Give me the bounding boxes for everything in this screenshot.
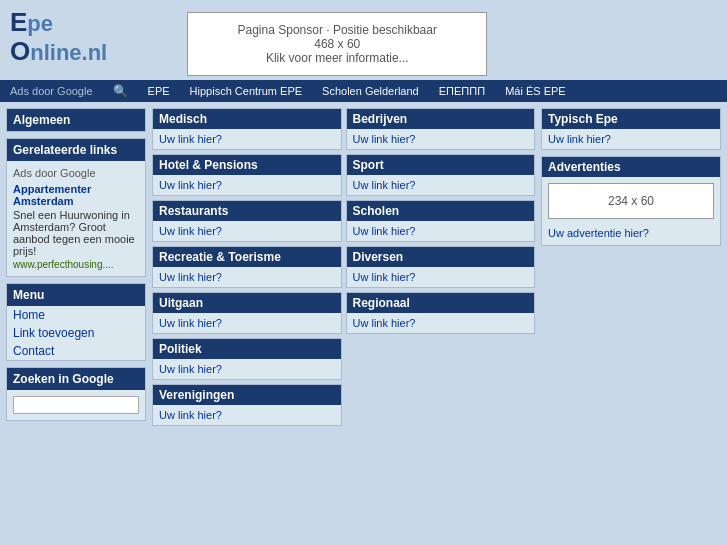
- navbar: Ads door Google 🔍 EPE Hippisch Centrum E…: [0, 80, 727, 102]
- main: Algemeen Gerelateerde links Ads door Goo…: [0, 102, 727, 432]
- menu-section: Menu Home Link toevoegen Contact: [6, 283, 146, 361]
- cat-restaurants: Restaurants Uw link hier?: [152, 200, 342, 242]
- logo-line1: Epe: [10, 8, 107, 37]
- typisch-section: Typisch Epe Uw link hier?: [541, 108, 721, 150]
- logo: Epe Online.nl: [10, 8, 107, 65]
- cat-scholen: Scholen Uw link hier?: [346, 200, 536, 242]
- typisch-title: Typisch Epe: [542, 109, 720, 129]
- algemeen-title: Algemeen: [7, 109, 145, 131]
- cat-diversen-link[interactable]: Uw link hier?: [347, 267, 535, 287]
- gerelateerde-title: Gerelateerde links: [7, 139, 145, 161]
- zoeken-content: [7, 390, 145, 420]
- ad-banner[interactable]: 234 x 60: [548, 183, 714, 219]
- cat-verenigingen: Verenigingen Uw link hier?: [152, 384, 342, 426]
- cat-regionaal-link[interactable]: Uw link hier?: [347, 313, 535, 333]
- cat-recreatie-title: Recreatie & Toerisme: [153, 247, 341, 267]
- ad-link[interactable]: Uw advertentie hier?: [542, 225, 720, 245]
- nav-link-greek[interactable]: ΕΠΕΠΠΠ: [439, 85, 485, 97]
- sidebar: Algemeen Gerelateerde links Ads door Goo…: [6, 108, 146, 426]
- cat-row-6: Politiek Uw link hier?: [152, 338, 535, 380]
- cat-medisch: Medisch Uw link hier?: [152, 108, 342, 150]
- menu-item-home: Home: [7, 306, 145, 324]
- algemeen-section: Algemeen: [6, 108, 146, 132]
- nav-link-scholen[interactable]: Scholen Gelderland: [322, 85, 419, 97]
- zoeken-title: Zoeken in Google: [7, 368, 145, 390]
- menu-item-link: Link toevoegen: [7, 324, 145, 342]
- advertenties-title: Advertenties: [542, 157, 720, 177]
- sponsor-box[interactable]: Pagina Sponsor · Positie beschikbaar 468…: [187, 12, 487, 76]
- sponsor-line3: Klik voor meer informatie...: [208, 51, 466, 65]
- cat-scholen-title: Scholen: [347, 201, 535, 221]
- cat-diversen-title: Diversen: [347, 247, 535, 267]
- cat-row-3: Restaurants Uw link hier? Scholen Uw lin…: [152, 200, 535, 242]
- cat-uitgaan: Uitgaan Uw link hier?: [152, 292, 342, 334]
- cat-row-2: Hotel & Pensions Uw link hier? Sport Uw …: [152, 154, 535, 196]
- cat-medisch-title: Medisch: [153, 109, 341, 129]
- cat-bedrijven-link[interactable]: Uw link hier?: [347, 129, 535, 149]
- typisch-link[interactable]: Uw link hier?: [542, 129, 720, 149]
- cat-politiek-title: Politiek: [153, 339, 341, 359]
- cat-hotel-title: Hotel & Pensions: [153, 155, 341, 175]
- ad-size: 234 x 60: [608, 194, 654, 208]
- advertenties-section: Advertenties 234 x 60 Uw advertentie hie…: [541, 156, 721, 246]
- cat-bedrijven: Bedrijven Uw link hier?: [346, 108, 536, 150]
- cat-scholen-link[interactable]: Uw link hier?: [347, 221, 535, 241]
- ad-text: Snel een Huurwoning in Amsterdam? Groot …: [13, 209, 139, 257]
- cat-hotel: Hotel & Pensions Uw link hier?: [152, 154, 342, 196]
- cat-sport-title: Sport: [347, 155, 535, 175]
- ads-google-label: Ads door Google: [13, 167, 139, 179]
- header: Epe Online.nl Pagina Sponsor · Positie b…: [0, 0, 727, 80]
- gerelateerde-content: Ads door Google Appartementer Amsterdam …: [7, 161, 145, 276]
- navbar-ads-label: Ads door Google: [10, 85, 93, 97]
- cat-row-7: Verenigingen Uw link hier?: [152, 384, 535, 426]
- cat-sport-link[interactable]: Uw link hier?: [347, 175, 535, 195]
- ad-title-link[interactable]: Appartementer Amsterdam: [13, 183, 139, 207]
- menu-title: Menu: [7, 284, 145, 306]
- menu-item-contact: Contact: [7, 342, 145, 360]
- categories: Medisch Uw link hier? Bedrijven Uw link …: [152, 108, 535, 426]
- cat-regionaal: Regionaal Uw link hier?: [346, 292, 536, 334]
- cat-politiek-link[interactable]: Uw link hier?: [153, 359, 341, 379]
- cat-bedrijven-title: Bedrijven: [347, 109, 535, 129]
- cat-recreatie-link[interactable]: Uw link hier?: [153, 267, 341, 287]
- right-col: Typisch Epe Uw link hier? Advertenties 2…: [541, 108, 721, 426]
- ad-url-link[interactable]: www.perfecthousing....: [13, 259, 139, 270]
- cat-row-1: Medisch Uw link hier? Bedrijven Uw link …: [152, 108, 535, 150]
- cat-restaurants-link[interactable]: Uw link hier?: [153, 221, 341, 241]
- zoeken-input[interactable]: [13, 396, 139, 414]
- cat-politiek: Politiek Uw link hier?: [152, 338, 342, 380]
- cat-diversen: Diversen Uw link hier?: [346, 246, 536, 288]
- gerelateerde-section: Gerelateerde links Ads door Google Appar…: [6, 138, 146, 277]
- cat-sport: Sport Uw link hier?: [346, 154, 536, 196]
- cat-row-4: Recreatie & Toerisme Uw link hier? Diver…: [152, 246, 535, 288]
- cat-row-5: Uitgaan Uw link hier? Regionaal Uw link …: [152, 292, 535, 334]
- cat-restaurants-title: Restaurants: [153, 201, 341, 221]
- cat-recreatie: Recreatie & Toerisme Uw link hier?: [152, 246, 342, 288]
- nav-link-hippisch[interactable]: Hippisch Centrum EPE: [190, 85, 303, 97]
- cat-medisch-link[interactable]: Uw link hier?: [153, 129, 341, 149]
- sponsor-line2: 468 x 60: [208, 37, 466, 51]
- cat-verenigingen-link[interactable]: Uw link hier?: [153, 405, 341, 425]
- navbar-icon: 🔍: [113, 84, 128, 98]
- cat-uitgaan-link[interactable]: Uw link hier?: [153, 313, 341, 333]
- cat-uitgaan-title: Uitgaan: [153, 293, 341, 313]
- cat-regionaal-title: Regionaal: [347, 293, 535, 313]
- cat-verenigingen-title: Verenigingen: [153, 385, 341, 405]
- sponsor-line1: Pagina Sponsor · Positie beschikbaar: [208, 23, 466, 37]
- nav-links: EPE Hippisch Centrum EPE Scholen Gelderl…: [148, 85, 566, 97]
- cat-hotel-link[interactable]: Uw link hier?: [153, 175, 341, 195]
- nav-link-mai[interactable]: Mái ÉS EPE: [505, 85, 566, 97]
- logo-line2: Online.nl: [10, 37, 107, 66]
- nav-link-epe[interactable]: EPE: [148, 85, 170, 97]
- zoeken-section: Zoeken in Google: [6, 367, 146, 421]
